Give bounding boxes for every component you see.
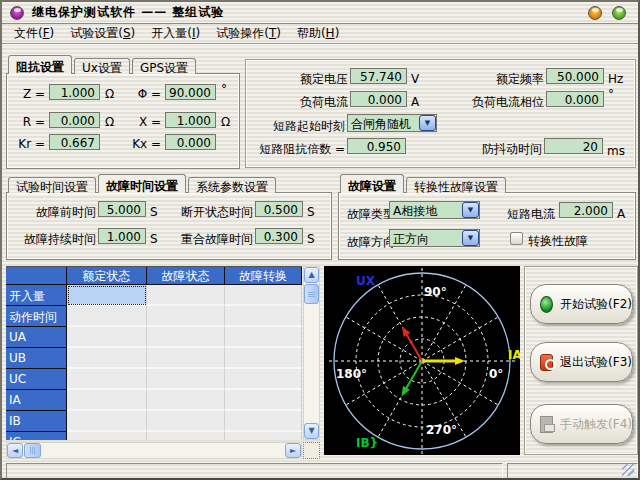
load-current-phase-unit: ° (608, 87, 614, 101)
fault-duration-field[interactable]: 1.000 (98, 228, 146, 244)
table-cell[interactable] (225, 411, 302, 432)
table-cell[interactable] (225, 306, 302, 327)
table-cell[interactable] (225, 369, 302, 390)
menu-bar: 文件(F) 试验设置(S) 开入量(I) 试验操作(T) 帮助(H) (2, 24, 638, 44)
time-tab-body: 故障前时间 5.000 S 断开状态时间 0.500 S 故障持续时间 1.00… (6, 192, 332, 260)
tab-test-time[interactable]: 试验时间设置 (8, 177, 96, 193)
row-header[interactable]: IC (6, 432, 67, 440)
tab-fault-settings[interactable]: 故障设置 (340, 174, 404, 193)
table-cell[interactable] (225, 390, 302, 411)
row-header[interactable]: IA (6, 390, 67, 411)
start-test-button[interactable]: 开始试验(F2) (530, 284, 633, 324)
table-cell[interactable] (147, 432, 226, 440)
horizontal-scroll-thumb[interactable] (24, 443, 41, 458)
table-cell[interactable] (147, 306, 226, 327)
phi-field[interactable]: 90.000 (165, 84, 216, 100)
table-cell[interactable] (67, 432, 146, 440)
tab-convert-fault-settings[interactable]: 转换性故障设置 (406, 177, 506, 193)
reclose-fault-time-field[interactable]: 0.300 (255, 228, 303, 244)
scroll-right-icon[interactable]: ► (285, 443, 301, 458)
tab-impedance-settings[interactable]: 阻抗设置 (8, 55, 72, 74)
table-cell[interactable] (225, 327, 302, 348)
table-cell[interactable] (67, 390, 146, 411)
table-cell[interactable] (147, 390, 226, 411)
short-current-field[interactable]: 2.000 (559, 202, 613, 218)
column-header[interactable]: 故障转换 (225, 267, 302, 285)
close-button[interactable] (612, 6, 626, 20)
chevron-down-icon[interactable]: ▼ (462, 230, 479, 246)
fault-direction-dropdown[interactable]: 正方向 ▼ (389, 229, 480, 247)
table-cell[interactable] (67, 285, 146, 306)
tab-gps-settings[interactable]: GPS设置 (132, 58, 196, 74)
chevron-down-icon[interactable]: ▼ (462, 202, 479, 218)
table-cell[interactable] (67, 411, 146, 432)
phasor-label-deg270: 270° (426, 423, 457, 437)
phasor-label-ia: IA (508, 348, 520, 362)
result-table: 额定状态故障状态故障转换开入量动作时间UAUBUCIAIBIC (6, 266, 302, 440)
menu-item-test-settings[interactable]: 试验设置(S) (62, 23, 143, 44)
row-header[interactable]: 开入量 (6, 285, 67, 306)
table-cell[interactable] (67, 306, 146, 327)
x-field[interactable]: 1.000 (165, 112, 216, 128)
table-cell[interactable] (225, 285, 302, 306)
table-cell[interactable] (225, 432, 302, 440)
scroll-down-icon[interactable]: ▼ (304, 423, 319, 439)
table-cell[interactable] (147, 327, 226, 348)
row-header[interactable]: UB (6, 348, 67, 369)
menu-item-test-operation[interactable]: 试验操作(T) (208, 23, 289, 44)
chevron-down-icon[interactable]: ▼ (419, 115, 436, 131)
impedance-multiple-field[interactable]: 0.950 (347, 138, 406, 154)
table-cell[interactable] (225, 348, 302, 369)
tab-ux-settings[interactable]: Ux设置 (74, 58, 130, 74)
column-header[interactable]: 故障状态 (147, 267, 226, 285)
table-cell[interactable] (147, 369, 226, 390)
convert-fault-checkbox[interactable] (510, 232, 523, 245)
fault-type-dropdown[interactable]: A相接地 ▼ (389, 201, 480, 219)
minimize-button[interactable] (588, 6, 602, 20)
r-field[interactable]: 0.000 (49, 112, 100, 128)
table-cell[interactable] (147, 285, 226, 306)
horizontal-scrollbar[interactable]: ◄ ► (6, 442, 302, 459)
table-cell[interactable] (67, 327, 146, 348)
scroll-up-icon[interactable]: ▲ (304, 267, 319, 283)
short-start-value: 合闸角随机 (348, 115, 419, 131)
voltage-vector (402, 326, 410, 337)
table-cell[interactable] (67, 369, 146, 390)
z-label: Z = (11, 87, 45, 101)
impedance-panel: 阻抗设置 Ux设置 GPS设置 Z = 1.000 Ω Φ = 90.000 °… (6, 55, 240, 169)
row-header[interactable]: 动作时间 (6, 306, 67, 327)
tab-fault-time[interactable]: 故障时间设置 (98, 174, 186, 193)
menu-item-binary-input[interactable]: 开入量(I) (143, 23, 208, 44)
manual-trigger-icon (540, 416, 553, 433)
kx-field[interactable]: 0.000 (165, 134, 216, 150)
kr-field[interactable]: 0.667 (49, 134, 100, 150)
row-header[interactable]: IB (6, 411, 67, 432)
resize-grip-icon[interactable] (622, 464, 634, 476)
vertical-scroll-thumb[interactable] (304, 284, 319, 304)
table-cell[interactable] (147, 348, 226, 369)
load-current-phase-field[interactable]: 0.000 (546, 91, 604, 107)
rated-freq-field[interactable]: 50.000 (546, 68, 604, 84)
pre-fault-time-field[interactable]: 5.000 (98, 201, 146, 217)
rated-voltage-field[interactable]: 57.740 (350, 68, 407, 84)
table-cell[interactable] (147, 411, 226, 432)
stop-test-button[interactable]: 退出试验(F3) (530, 342, 633, 382)
fault-duration-unit: S (150, 232, 158, 246)
menu-item-file[interactable]: 文件(F) (6, 23, 62, 44)
scroll-left-icon[interactable]: ◄ (7, 443, 23, 458)
tab-system-params[interactable]: 系统参数设置 (188, 177, 276, 193)
x-unit: Ω (221, 115, 230, 129)
table-cell[interactable] (67, 348, 146, 369)
manual-trigger-button[interactable]: 手动触发(F4) (530, 404, 633, 444)
load-current-field[interactable]: 0.000 (350, 91, 407, 107)
open-state-time-field[interactable]: 0.500 (255, 201, 303, 217)
convert-fault-label: 转换性故障 (528, 233, 588, 250)
menu-item-help[interactable]: 帮助(H) (289, 23, 347, 44)
z-field[interactable]: 1.000 (49, 84, 100, 100)
vertical-scrollbar[interactable]: ▲ ▼ (303, 266, 320, 440)
row-header[interactable]: UA (6, 327, 67, 348)
short-start-dropdown[interactable]: 合闸角随机 ▼ (347, 114, 437, 132)
column-header[interactable]: 额定状态 (67, 267, 147, 285)
anti-shake-field[interactable]: 20 (544, 138, 603, 154)
row-header[interactable]: UC (6, 369, 67, 390)
